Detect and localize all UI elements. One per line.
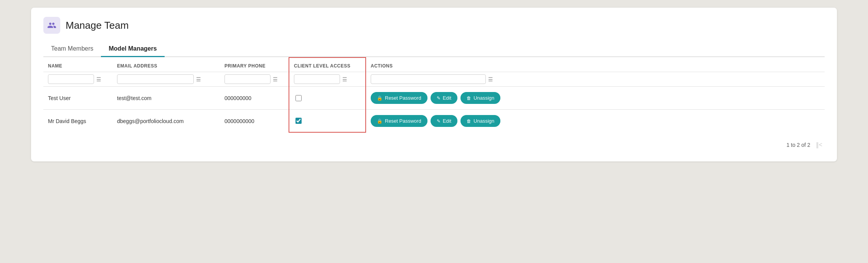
page-header: Manage Team (43, 17, 825, 34)
tab-team-members[interactable]: Team Members (43, 41, 101, 57)
cell-name-2: Mr David Beggs (43, 110, 112, 133)
edit-icon-1: ✎ (437, 95, 441, 101)
cell-phone-1: 000000000 (220, 87, 289, 110)
filter-actions-icon: ☰ (488, 76, 493, 82)
filter-email: ☰ (117, 74, 215, 84)
cell-actions-1: 🔒 Reset Password ✎ Edit 🗑 Unassign (366, 87, 825, 110)
pagination-text: 1 to 2 of 2 (786, 142, 810, 148)
trash-icon-2: 🗑 (467, 118, 471, 124)
filter-email-icon: ☰ (196, 76, 201, 82)
cell-access-2 (289, 110, 366, 133)
table-row: Test User test@test.com 000000000 🔒 Rese… (43, 87, 825, 110)
pagination-first-button[interactable]: ‖< (814, 140, 825, 149)
table-row: Mr David Beggs dbeggs@portfoliocloud.com… (43, 110, 825, 133)
edit-icon-2: ✎ (437, 118, 441, 124)
lock-icon-2: 🔒 (377, 118, 383, 124)
filter-email-input[interactable] (117, 74, 194, 84)
col-header-access: CLIENT LEVEL ACCESS (289, 58, 366, 72)
filter-name: ☰ (48, 74, 108, 84)
access-checkbox-2[interactable] (295, 118, 302, 124)
filter-phone-input[interactable] (224, 74, 271, 84)
unassign-button-2[interactable]: 🗑 Unassign (460, 115, 500, 127)
data-table: NAME EMAIL ADDRESS PRIMARY PHONE CLIENT … (43, 57, 825, 133)
filter-actions-input[interactable] (371, 74, 486, 84)
col-header-phone: PRIMARY PHONE (220, 58, 289, 72)
unassign-button-1[interactable]: 🗑 Unassign (460, 92, 500, 104)
lock-icon-1: 🔒 (377, 95, 383, 101)
cell-name-1: Test User (43, 87, 112, 110)
cell-access-1 (289, 87, 366, 110)
cell-actions-2: 🔒 Reset Password ✎ Edit 🗑 Unassign (366, 110, 825, 133)
col-header-name: NAME (43, 58, 112, 72)
col-header-email: EMAIL ADDRESS (112, 58, 220, 72)
trash-icon-1: 🗑 (467, 95, 471, 101)
tab-model-managers[interactable]: Model Managers (101, 41, 164, 57)
cell-phone-2: 0000000000 (220, 110, 289, 133)
filter-access-input[interactable] (294, 74, 340, 84)
filter-actions: ☰ (371, 74, 820, 84)
cell-email-2: dbeggs@portfoliocloud.com (112, 110, 220, 133)
team-icon (43, 17, 60, 34)
tab-bar: Team Members Model Managers (43, 41, 825, 57)
reset-password-button-1[interactable]: 🔒 Reset Password (371, 92, 427, 104)
access-checkbox-1[interactable] (295, 95, 302, 101)
filter-phone: ☰ (224, 74, 284, 84)
pagination: 1 to 2 of 2 ‖< (43, 140, 825, 149)
filter-name-icon: ☰ (96, 76, 101, 82)
edit-button-1[interactable]: ✎ Edit (431, 92, 457, 104)
page-title: Manage Team (66, 20, 129, 31)
manage-team-card: Manage Team Team Members Model Managers … (31, 8, 837, 161)
edit-button-2[interactable]: ✎ Edit (431, 115, 457, 127)
col-header-actions: ACTIONS (366, 58, 825, 72)
filter-access: ☰ (294, 74, 361, 84)
cell-email-1: test@test.com (112, 87, 220, 110)
reset-password-button-2[interactable]: 🔒 Reset Password (371, 115, 427, 127)
filter-name-input[interactable] (48, 74, 94, 84)
filter-phone-icon: ☰ (273, 76, 278, 82)
filter-access-icon: ☰ (342, 76, 347, 82)
